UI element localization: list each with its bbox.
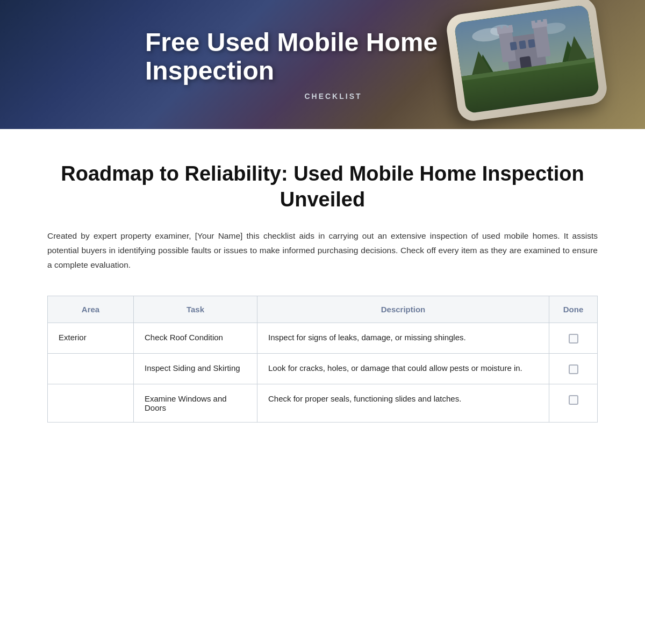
- cell-desc-1: Inspect for signs of leaks, damage, or m…: [257, 323, 549, 354]
- cell-area-1: Exterior: [48, 323, 134, 354]
- cell-task-3: Examine Windows and Doors: [134, 384, 257, 423]
- cell-done-1: [549, 323, 598, 354]
- checkbox-1[interactable]: [569, 334, 578, 344]
- cell-area-2: [48, 354, 134, 384]
- cell-area-3: [48, 384, 134, 423]
- cell-done-3: [549, 384, 598, 423]
- hero-subtitle: CHECKLIST: [145, 92, 521, 101]
- svg-rect-22: [528, 39, 535, 48]
- table-row: Examine Windows and Doors Check for prop…: [48, 384, 598, 423]
- col-header-task: Task: [134, 296, 257, 323]
- svg-rect-18: [537, 20, 541, 25]
- hero-title: Free Used Mobile Home Inspection: [145, 28, 521, 85]
- table-header-row: Area Task Description Done: [48, 296, 598, 323]
- cell-task-1: Check Roof Condition: [134, 323, 257, 354]
- page-heading: Roadmap to Reliability: Used Mobile Home…: [47, 161, 598, 212]
- svg-rect-19: [543, 19, 547, 24]
- hero-content: Free Used Mobile Home Inspection CHECKLI…: [124, 28, 521, 101]
- cell-task-2: Inspect Siding and Skirting: [134, 354, 257, 384]
- checkbox-3[interactable]: [569, 395, 578, 405]
- cell-desc-2: Look for cracks, holes, or damage that c…: [257, 354, 549, 384]
- hero-section: Free Used Mobile Home Inspection CHECKLI…: [0, 0, 645, 129]
- table-row: Exterior Check Roof Condition Inspect fo…: [48, 323, 598, 354]
- cell-desc-3: Check for proper seals, functioning slid…: [257, 384, 549, 423]
- checklist-table: Area Task Description Done Exterior Chec…: [47, 296, 598, 423]
- page-description: Created by expert property examiner, [Yo…: [47, 228, 598, 272]
- col-header-done: Done: [549, 296, 598, 323]
- checkbox-2[interactable]: [569, 364, 578, 374]
- col-header-area: Area: [48, 296, 134, 323]
- main-content: Roadmap to Reliability: Used Mobile Home…: [0, 129, 645, 444]
- cell-done-2: [549, 354, 598, 384]
- svg-rect-17: [531, 20, 535, 25]
- col-header-description: Description: [257, 296, 549, 323]
- table-row: Inspect Siding and Skirting Look for cra…: [48, 354, 598, 384]
